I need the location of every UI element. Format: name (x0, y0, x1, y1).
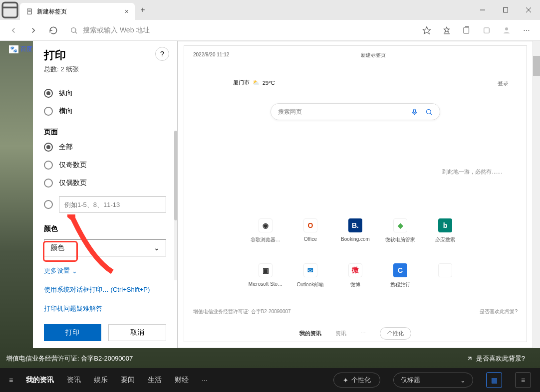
preview-tile: ✉Outlook邮箱 (289, 263, 331, 288)
back-button[interactable] (5, 22, 22, 39)
preview-tiles: ◉谷歌浏览器…OOfficeB.Booking.com◆微软电脑管家b必应搜索▣… (245, 218, 466, 288)
preview-tile: ◆微软电脑管家 (379, 218, 421, 243)
orientation-landscape[interactable]: 横向 (44, 107, 166, 116)
preview-tile: C携程旅行 (379, 263, 421, 288)
tab-active[interactable]: 新建标签页 × (20, 3, 135, 20)
preview-quote: 到此地一游，必然有…… (442, 168, 503, 176)
favorites-list-icon[interactable] (438, 22, 455, 39)
grid-view-icon[interactable]: ▦ (486, 372, 502, 388)
bg-question[interactable]: 是否喜欢此背景? (466, 354, 525, 363)
search-icon (425, 108, 433, 116)
more-settings-link[interactable]: 更多设置 ⌄ (44, 266, 166, 275)
print-preview: 2022/9/20 11:12新建标签页 登录 厦门市 ⛅29°C 搜索网页 到… (178, 41, 533, 348)
panel-scrollbar[interactable] (174, 131, 177, 280)
page-scrollbar[interactable] (533, 41, 540, 348)
help-button[interactable]: ? (155, 47, 169, 61)
svg-line-21 (430, 113, 432, 115)
footer-nav-more[interactable]: ··· (202, 376, 208, 384)
preview-tile: b必应搜索 (424, 218, 466, 243)
orientation-portrait[interactable]: 纵向 (44, 89, 166, 98)
preview-search: 搜索网页 (270, 103, 440, 120)
preview-title: 新建标签页 (361, 52, 386, 59)
pages-odd[interactable]: 仅奇数页 (44, 161, 166, 170)
address-bar[interactable]: 搜索或输入 Web 地址 (65, 22, 415, 38)
menu-icon[interactable]: ≡ (9, 376, 13, 384)
svg-marker-11 (423, 26, 431, 33)
chevron-down-icon: ⌄ (154, 244, 160, 252)
svg-point-17 (505, 27, 508, 30)
preview-tile: OOffice (289, 218, 331, 243)
profile-icon[interactable] (498, 22, 515, 39)
footer-nav: ≡ 我的资讯 资讯 娱乐 要闻 生活 财经 ··· ✦ 个性化 仅标题⌄ ▦ ≡ (0, 368, 540, 392)
preview-tabs: 我的资讯 资讯 ⋯ 个性化 (299, 327, 411, 340)
tab-close-icon[interactable]: × (125, 7, 129, 15)
print-total: 总数: 2 纸张 (44, 65, 166, 74)
tab-title: 新建标签页 (37, 7, 67, 16)
preview-tile: B.Booking.com (334, 218, 376, 243)
svg-rect-0 (2, 2, 17, 17)
svg-rect-16 (484, 27, 490, 33)
preview-tile: ▣Microsoft Sto… (245, 263, 286, 288)
svg-point-9 (71, 27, 76, 32)
personalize-button[interactable]: ✦ 个性化 (333, 373, 380, 388)
preview-weather: 厦门市 ⛅29°C (233, 79, 275, 86)
pages-even[interactable]: 仅偶数页 (44, 179, 166, 188)
print-dialog: ? 打印 总数: 2 纸张 纵向 横向 页面 全部 仅奇数页 仅偶数页 颜色 颜… (33, 41, 178, 348)
more-icon[interactable]: ··· (518, 22, 535, 39)
preview-page: 2022/9/20 11:12新建标签页 登录 厦门市 ⛅29°C 搜索网页 到… (184, 45, 527, 342)
forward-button[interactable] (25, 22, 42, 39)
refresh-button[interactable] (45, 22, 62, 39)
view-select[interactable]: 仅标题⌄ (393, 373, 473, 388)
color-select[interactable]: 颜色⌄ (44, 239, 166, 256)
preview-time: 2022/9/20 11:12 (193, 52, 229, 59)
minimize-button[interactable] (471, 0, 494, 20)
svg-point-20 (427, 109, 431, 114)
footer-nav-top[interactable]: 要闻 (121, 376, 135, 385)
titlebar: 新建标签页 × + (0, 0, 540, 20)
footer-nav-life[interactable]: 生活 (148, 376, 162, 385)
favorite-star-icon[interactable] (418, 22, 435, 39)
print-title: 打印 (44, 48, 166, 63)
svg-rect-6 (504, 8, 508, 12)
pages-custom[interactable] (44, 196, 166, 212)
system-dialog-link[interactable]: 使用系统对话框打印… (Ctrl+Shift+P) (44, 285, 166, 294)
list-view-icon[interactable]: ≡ (515, 372, 531, 388)
pages-all[interactable]: 全部 (44, 143, 166, 152)
tab-stack-icon[interactable] (0, 0, 20, 20)
license-text: 增值电信业务经营许可证: 合字B2-20090007 (6, 354, 133, 363)
bg-top-label: 🐾百度 (9, 45, 32, 53)
maximize-button[interactable] (494, 0, 517, 20)
new-tab-button[interactable]: + (135, 2, 151, 18)
preview-license: 增值电信业务经营许可证: 合字B2-20090007 (193, 308, 291, 315)
extensions-icon[interactable] (478, 22, 495, 39)
footer-nav-news[interactable]: 资讯 (67, 376, 81, 385)
print-button[interactable]: 打印 (44, 324, 101, 341)
collections-icon[interactable] (458, 22, 475, 39)
pages-head: 页面 (44, 128, 166, 137)
address-placeholder: 搜索或输入 Web 地址 (83, 26, 150, 35)
svg-rect-14 (464, 27, 469, 33)
svg-line-10 (75, 31, 77, 33)
pages-input[interactable] (59, 196, 166, 212)
preview-tile-empty (424, 263, 466, 288)
close-window-button[interactable] (517, 0, 540, 20)
troubleshoot-link[interactable]: 打印机问题疑难解答 (44, 304, 166, 313)
footer-nav-fin[interactable]: 财经 (175, 376, 189, 385)
preview-bg-q: 是否喜欢此背景? (480, 308, 518, 315)
color-head: 颜色 (44, 224, 166, 233)
preview-tile: 微微博 (334, 263, 376, 288)
toolbar: 搜索或输入 Web 地址 ··· (0, 20, 540, 41)
preview-tile: ◉谷歌浏览器… (245, 218, 286, 243)
footer-nav-mine[interactable]: 我的资讯 (26, 376, 54, 385)
page-icon (26, 8, 33, 15)
preview-login: 登录 (498, 80, 509, 87)
footer-nav-ent[interactable]: 娱乐 (94, 376, 108, 385)
mic-icon (411, 108, 418, 116)
cancel-button[interactable]: 取消 (108, 324, 167, 341)
search-icon (70, 26, 78, 34)
svg-marker-12 (444, 27, 450, 32)
svg-rect-18 (414, 109, 416, 112)
